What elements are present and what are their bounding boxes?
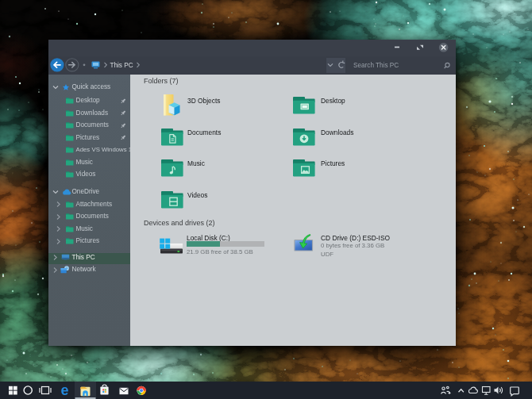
svg-text:e: e [61,382,69,398]
